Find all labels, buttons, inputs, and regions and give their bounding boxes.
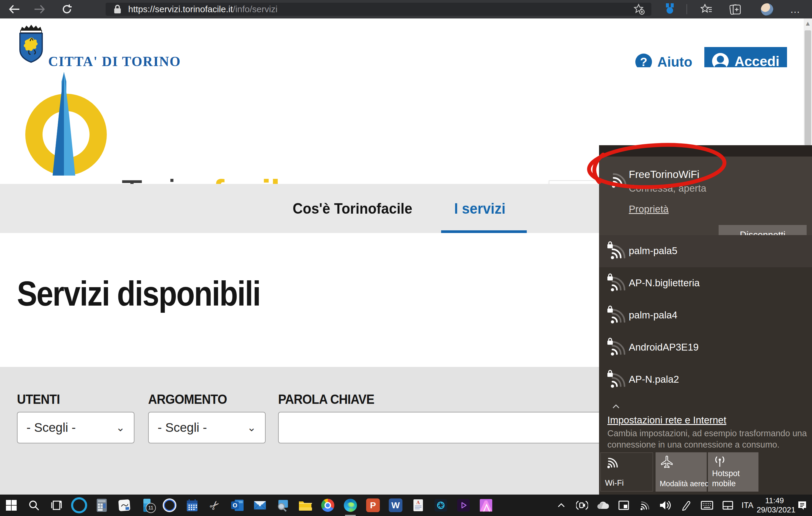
cortana-icon[interactable] <box>68 495 90 516</box>
forward-icon[interactable] <box>31 0 49 19</box>
url-main: https://servizi.torinofacile.it <box>128 4 233 14</box>
svg-text:O: O <box>233 502 237 509</box>
tray-onedrive-icon[interactable] <box>592 495 613 516</box>
active-tab-indicator <box>441 230 527 233</box>
wifi-locked-icon <box>607 337 626 356</box>
page-title: Servizi disponibili <box>17 274 260 314</box>
refresh-icon[interactable] <box>58 0 76 19</box>
page-scrollbar[interactable]: ▲ <box>804 19 812 145</box>
your-phone-icon[interactable]: 11 <box>136 495 158 516</box>
task-view-icon[interactable] <box>45 495 68 516</box>
rewards-icon[interactable] <box>661 0 679 19</box>
tile-label: Hotspot mobile <box>712 468 748 489</box>
mail-icon[interactable] <box>249 495 271 516</box>
wordpad-icon[interactable]: A <box>407 495 430 516</box>
signal-app-icon[interactable] <box>158 495 181 516</box>
lock-icon <box>113 4 122 14</box>
word-icon[interactable]: W <box>384 495 407 516</box>
screen: https://servizi.torinofacile.it/info/ser… <box>0 0 812 516</box>
tile-label: Modalità aereo <box>660 479 709 489</box>
utenti-select[interactable]: - Scegli - ⌄ <box>17 412 135 443</box>
action-center-icon[interactable] <box>792 495 812 516</box>
network-ssid: AP-N.biglietteria <box>629 277 700 289</box>
network-settings-link[interactable]: Impostazioni rete e Internet <box>607 414 726 426</box>
parola-chiave-input[interactable] <box>278 412 650 443</box>
parola-chiave-label: PAROLA CHIAVE <box>278 391 374 407</box>
language-indicator[interactable]: ITA <box>738 495 757 516</box>
network-item[interactable]: AP-N.biglietteria <box>599 267 812 299</box>
connected-status: Connessa, aperta <box>629 183 706 194</box>
back-icon[interactable] <box>5 0 23 19</box>
network-ssid: palm-pala5 <box>629 245 677 256</box>
tray-touchpad-icon[interactable] <box>718 495 738 516</box>
calendar-icon[interactable] <box>181 495 203 516</box>
connected-ssid: FreeTorinoWiFi <box>629 168 699 180</box>
chrome-icon[interactable] <box>317 495 339 516</box>
scrollbar-thumb[interactable] <box>805 30 811 145</box>
select-value: - Scegli - <box>157 420 207 435</box>
edge-icon[interactable] <box>339 495 362 516</box>
clock-date: 29/03/2021 <box>757 505 792 515</box>
tray-pen-icon[interactable] <box>676 495 697 516</box>
favorites-icon[interactable] <box>697 0 715 19</box>
tray-wifi-icon[interactable] <box>634 495 655 516</box>
argomento-label: ARGOMENTO <box>148 391 227 407</box>
address-bar[interactable]: https://servizi.torinofacile.it/info/ser… <box>106 3 651 16</box>
wifi-toggle-tile[interactable]: Wi-Fi <box>600 452 653 492</box>
svg-text:A: A <box>416 500 420 505</box>
profile-avatar[interactable] <box>760 3 774 16</box>
taskbar-clock[interactable]: 11:49 29/03/2021 <box>757 496 792 515</box>
hotspot-icon <box>712 455 727 468</box>
argomento-select[interactable]: - Scegli - ⌄ <box>148 412 266 443</box>
magnifier-app-icon[interactable] <box>271 495 294 516</box>
tray-volume-icon[interactable] <box>655 495 676 516</box>
file-explorer-icon[interactable] <box>294 495 317 516</box>
utenti-label: UTENTI <box>17 391 60 407</box>
tab-label: I servizi <box>454 200 505 217</box>
collections-icon[interactable] <box>727 0 745 19</box>
tray-display-icon[interactable] <box>613 495 634 516</box>
system-tray: ITA 11:49 29/03/2021 <box>551 495 812 516</box>
chevron-down-icon: ⌄ <box>116 422 125 434</box>
add-favorite-icon[interactable] <box>634 4 645 15</box>
wifi-locked-icon <box>607 370 626 389</box>
outlook-icon[interactable]: O <box>226 495 249 516</box>
chevron-down-icon: ⌄ <box>247 422 256 434</box>
more-menu-icon[interactable]: … <box>786 0 804 19</box>
network-item[interactable]: palm-pala5 <box>599 235 812 267</box>
tray-touch-keyboard-icon[interactable] <box>697 495 718 516</box>
scroll-up-arrow[interactable]: ▲ <box>804 19 812 29</box>
connected-network-item[interactable]: FreeTorinoWiFi Connessa, aperta Propriet… <box>599 157 812 235</box>
select-value: - Scegli - <box>27 420 76 435</box>
network-item[interactable]: palm-pala4 <box>599 299 812 331</box>
network-item[interactable]: AP-N.pala2 <box>599 364 812 396</box>
wifi-connected-icon <box>609 170 628 189</box>
snip-sketch-icon[interactable]: ✂ <box>203 495 226 516</box>
premiere-elements-icon[interactable] <box>452 495 475 516</box>
photoshop-elements-icon[interactable] <box>430 495 452 516</box>
affinity-photo-icon[interactable] <box>475 495 497 516</box>
tray-chevron-up-icon[interactable] <box>551 495 572 516</box>
taskbar: 11 ✂ O <box>0 495 812 516</box>
taskbar-search-icon[interactable] <box>23 495 45 516</box>
collapse-list-icon[interactable] <box>612 404 620 410</box>
settings-description-line2: connessione in una connessione a consumo… <box>607 440 780 450</box>
torinofacile-logo-icon <box>17 70 115 175</box>
calculator-icon[interactable] <box>90 495 113 516</box>
settings-description-line1: Cambia impostazioni, ad esempio trasform… <box>607 429 807 438</box>
tab-cose-torinofacile[interactable]: Cos'è Torinofacile <box>293 184 412 233</box>
powerpoint-icon[interactable]: P <box>362 495 384 516</box>
wifi-icon <box>605 456 619 469</box>
start-button[interactable] <box>0 495 23 516</box>
network-item[interactable]: AndroidAP3E19 <box>599 331 812 364</box>
tab-i-servizi[interactable]: I servizi <box>454 184 505 233</box>
properties-link[interactable]: Proprietà <box>629 203 669 215</box>
whiteboard-icon[interactable] <box>113 495 136 516</box>
language-label: ITA <box>742 501 753 510</box>
airplane-mode-tile[interactable]: Modalità aereo <box>656 452 707 492</box>
tile-label: Wi-Fi <box>605 478 624 488</box>
phone-badge: 11 <box>146 503 156 513</box>
tray-camera-icon[interactable] <box>572 495 592 516</box>
mobile-hotspot-tile[interactable]: Hotspot mobile <box>708 452 758 492</box>
panel-top-strip <box>599 145 812 157</box>
